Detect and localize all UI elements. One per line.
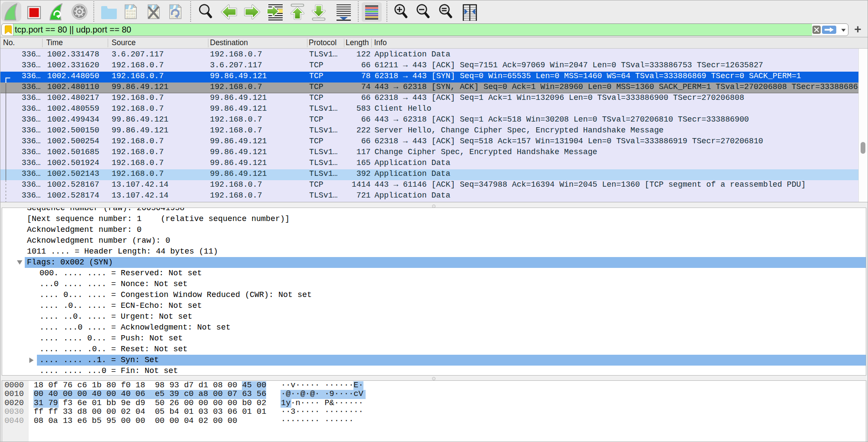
svg-text:01110: 01110 bbox=[126, 16, 135, 19]
